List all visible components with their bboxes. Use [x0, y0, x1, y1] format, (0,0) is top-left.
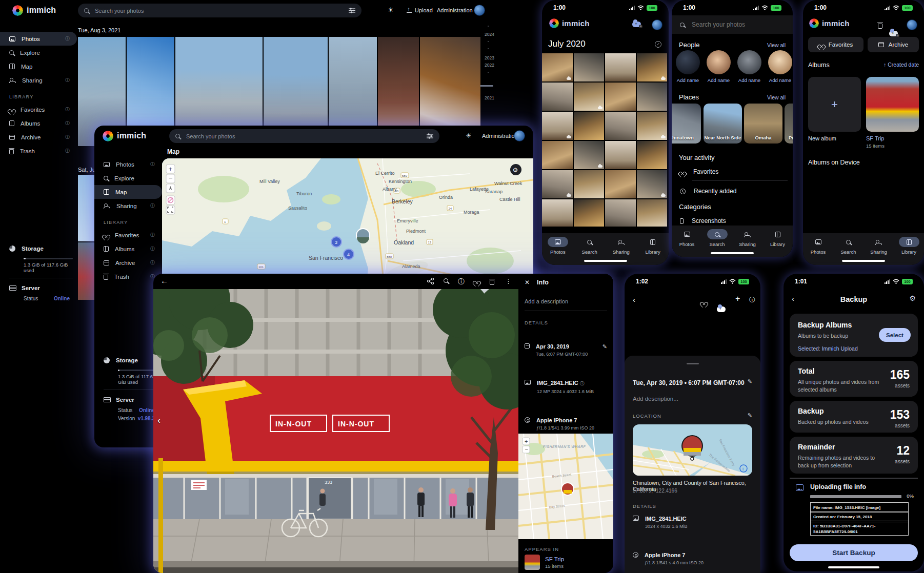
favorites-button[interactable]: Favorites: [808, 37, 863, 52]
theme-toggle-sun-icon[interactable]: ☀: [466, 132, 472, 139]
photo-in-n-out[interactable]: IN-N-OUT IN-N-OUT 333: [153, 289, 518, 573]
add-to-album-plus-icon[interactable]: +: [735, 294, 740, 303]
album-sort-button[interactable]: ↑ Created date: [883, 62, 919, 68]
photo-thumbnail[interactable]: [542, 112, 573, 140]
photo-thumbnail[interactable]: [637, 170, 668, 198]
nav-library[interactable]: Library: [639, 237, 666, 255]
sidebar-item-sharing[interactable]: Sharingⓘ: [94, 199, 162, 213]
photo-thumbnail[interactable]: [542, 53, 573, 81]
select-button[interactable]: Select: [879, 328, 911, 342]
administration-link[interactable]: Administration: [482, 133, 518, 139]
map-info-icon[interactable]: i: [742, 466, 744, 472]
user-avatar[interactable]: [907, 19, 917, 30]
photo-thumbnail[interactable]: [637, 199, 668, 227]
sidebar-item-archive[interactable]: Archiveⓘ: [0, 130, 77, 144]
immich-logo[interactable]: immich: [103, 131, 146, 141]
home-indicator[interactable]: [711, 252, 754, 254]
zoom-icon[interactable]: [444, 278, 448, 283]
home-indicator[interactable]: [828, 566, 879, 568]
theme-toggle-sun-icon[interactable]: ☀: [388, 6, 394, 14]
close-icon[interactable]: ✕: [525, 279, 530, 286]
nav-search[interactable]: Search: [835, 237, 862, 255]
favorite-heart-icon[interactable]: [474, 279, 479, 283]
sidebar-item-explore[interactable]: Explore: [0, 46, 77, 59]
nav-sharing[interactable]: Sharing: [734, 229, 761, 247]
user-avatar[interactable]: [514, 130, 525, 141]
edit-date-icon[interactable]: ✎: [602, 343, 607, 350]
nav-library[interactable]: Library: [896, 237, 922, 255]
filter-sliders-icon[interactable]: [349, 8, 355, 13]
description-field[interactable]: Add description...: [633, 396, 678, 402]
photo-thumbnail[interactable]: [605, 53, 636, 81]
administration-link[interactable]: Administration: [437, 7, 473, 13]
photo-thumbnail[interactable]: [605, 199, 636, 227]
share-icon[interactable]: [427, 278, 434, 284]
nav-photos[interactable]: Photos: [674, 229, 700, 247]
person[interactable]: Add name: [737, 50, 761, 83]
nav-photos[interactable]: Photos: [805, 237, 832, 255]
sheet-drag-handle[interactable]: [687, 363, 699, 364]
sidebar-item-archive[interactable]: Archiveⓘ: [94, 256, 162, 270]
search-bar[interactable]: [78, 4, 361, 17]
search-bar[interactable]: [169, 129, 439, 143]
photo-thumbnail[interactable]: [574, 112, 605, 140]
cluster-marker[interactable]: 3: [331, 237, 342, 247]
edit-location-icon[interactable]: ✎: [748, 412, 752, 419]
photo-thumbnail[interactable]: [574, 170, 605, 198]
people-view-all-link[interactable]: View all: [767, 42, 786, 48]
description-field[interactable]: Add a description: [525, 298, 568, 304]
add-name-link[interactable]: Add name: [768, 77, 792, 83]
more-options-icon[interactable]: ⋮: [505, 277, 512, 285]
place-tile[interactable]: Near North Side: [704, 104, 742, 144]
trash-icon[interactable]: [878, 24, 882, 29]
home-indicator[interactable]: [842, 260, 885, 262]
person[interactable]: Add name: [676, 50, 700, 83]
sidebar-item-favorites[interactable]: Favoritesⓘ: [94, 228, 162, 242]
places-view-all-link[interactable]: View all: [767, 94, 786, 100]
add-name-link[interactable]: Add name: [707, 77, 731, 83]
upload-cloud-icon[interactable]: ↑: [717, 306, 726, 312]
photo-thumbnail[interactable]: [542, 141, 573, 169]
add-name-link[interactable]: Add name: [737, 77, 761, 83]
activity-favorites[interactable]: Favorites: [672, 165, 793, 178]
album-name[interactable]: SF Trip: [866, 135, 884, 141]
photo-thumbnail[interactable]: [542, 170, 573, 198]
info-icon[interactable]: ⓘ: [458, 277, 465, 286]
nav-sharing[interactable]: Sharing: [866, 237, 892, 255]
file-info-icon[interactable]: ⓘ: [580, 381, 585, 386]
timeline-handle[interactable]: [480, 85, 493, 87]
nav-search[interactable]: Search: [704, 229, 731, 247]
delete-trash-icon[interactable]: [490, 280, 494, 285]
user-avatar[interactable]: [652, 19, 662, 30]
backup-cloud-icon[interactable]: +⊘: [632, 22, 641, 27]
location-map-card[interactable]: San Francisco Ferry The Embarcadero i: [633, 424, 752, 476]
photo-thumbnail[interactable]: [605, 83, 636, 111]
place-tile[interactable]: Chinatown: [672, 104, 701, 144]
place-tile[interactable]: Omaha: [744, 104, 782, 144]
search-input[interactable]: [691, 21, 785, 29]
sidebar-item-photos[interactable]: Photosⓘ: [94, 157, 162, 171]
photo-thumbnail[interactable]: [78, 242, 95, 300]
search-input[interactable]: [94, 7, 344, 14]
favorite-heart-icon[interactable]: [701, 300, 707, 304]
filter-sliders-icon[interactable]: [427, 133, 433, 139]
edit-date-icon[interactable]: ✎: [748, 378, 752, 385]
sidebar-item-trash[interactable]: Trashⓘ: [0, 144, 77, 158]
photo-thumbnail[interactable]: [78, 175, 95, 241]
photo-thumbnail[interactable]: [605, 170, 636, 198]
immich-logo[interactable]: immich: [12, 5, 56, 16]
sidebar-item-photos[interactable]: Photosⓘ: [0, 32, 77, 46]
photo-thumbnail[interactable]: [574, 53, 605, 81]
photo-thumbnail[interactable]: [605, 141, 636, 169]
start-backup-button[interactable]: Start Backup: [790, 544, 918, 561]
cluster-marker[interactable]: 4: [344, 249, 354, 259]
upload-button[interactable]: Upload: [407, 7, 433, 13]
sidebar-item-favorites[interactable]: Favoritesⓘ: [0, 103, 77, 116]
sidebar-item-trash[interactable]: Trashⓘ: [94, 270, 162, 283]
map-zoom-controls[interactable]: + −: [166, 165, 175, 214]
photo-thumbnail[interactable]: [637, 83, 668, 111]
location-mini-map[interactable]: FISHERMAN'S WHARF Beach Street Bay Stree…: [518, 434, 613, 539]
add-name-link[interactable]: Add name: [676, 77, 700, 83]
home-indicator[interactable]: [584, 260, 627, 262]
photo-thumbnail[interactable]: [605, 112, 636, 140]
